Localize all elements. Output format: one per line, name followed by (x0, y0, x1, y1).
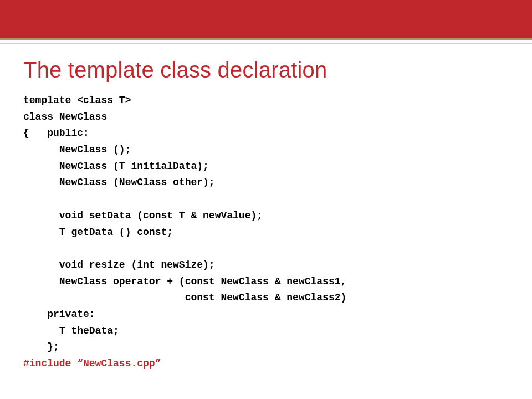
code-line: NewClass (); (23, 144, 131, 155)
code-line: private: (23, 309, 95, 320)
code-line-include: #include “NewClass.cpp” (23, 358, 161, 369)
header-band (0, 0, 532, 38)
code-line: { public: (23, 127, 89, 139)
accent-line-gray (0, 43, 532, 44)
code-line: void setData (const T & newValue); (23, 210, 263, 221)
code-line: void resize (int newSize); (23, 259, 215, 270)
code-line: template <class T> (23, 95, 131, 106)
code-line: T getData () const; (23, 227, 173, 238)
code-line: class NewClass (23, 111, 107, 122)
accent-lines (0, 38, 532, 44)
accent-line-gold (0, 38, 532, 40)
slide-title: The template class declaration (23, 58, 509, 83)
code-line: const NewClass & newClass2) (23, 292, 346, 303)
code-line: T theData; (23, 325, 119, 336)
slide-content: The template class declaration template … (0, 38, 532, 372)
code-line: NewClass (T initialData); (23, 161, 209, 172)
code-line: }; (23, 341, 59, 352)
code-line: NewClass (NewClass other); (23, 177, 215, 188)
code-line: NewClass operator + (const NewClass & ne… (23, 276, 346, 287)
code-block: template <class T> class NewClass { publ… (23, 93, 509, 372)
